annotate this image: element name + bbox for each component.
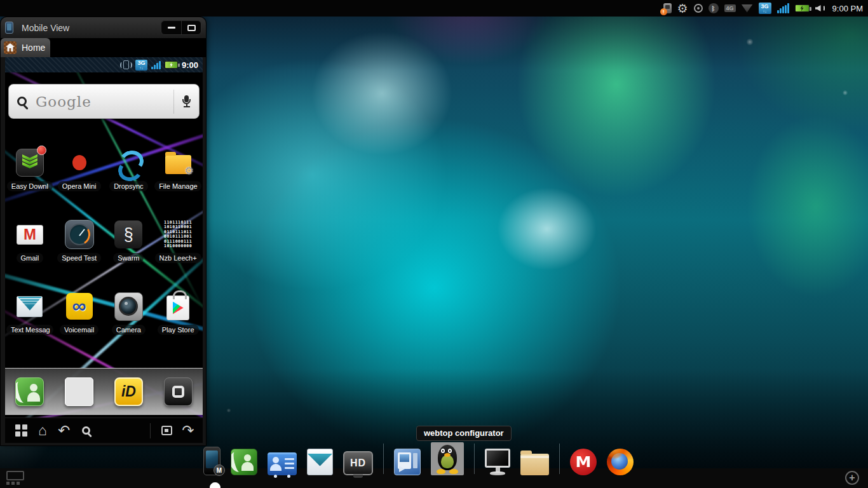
dock-item-webtop-configurator[interactable] xyxy=(431,442,464,475)
envelope-icon xyxy=(308,454,332,470)
phone-status-bar: 3G ↑↓ 9:00 xyxy=(5,57,203,72)
speed-test-icon xyxy=(65,220,94,249)
app-play-store[interactable]: Play Store xyxy=(153,291,203,335)
google-search-label: Google xyxy=(36,93,92,110)
window-tabbar: Home xyxy=(1,38,206,57)
mobile-view-window: Mobile View Home 3G ↑↓ 9:00 xyxy=(0,17,207,446)
camera-icon xyxy=(114,292,143,321)
dock-item-image-gallery[interactable] xyxy=(394,449,421,475)
phone-dialer-contacts-icon[interactable] xyxy=(15,377,44,406)
search-button[interactable] xyxy=(75,420,97,442)
vibrate-icon xyxy=(123,60,129,69)
dock-item-email[interactable] xyxy=(307,449,333,475)
zoom-plus-icon[interactable]: + xyxy=(845,471,859,485)
dock-item-phone-dialer[interactable] xyxy=(231,449,257,475)
dock-separator xyxy=(474,444,475,474)
signal-strength-icon xyxy=(777,3,789,13)
dock-tooltip: webtop configurator xyxy=(416,426,512,441)
app-file-manager[interactable]: ⚙ File Manage xyxy=(153,147,203,191)
dock-item-hd-player[interactable]: HD xyxy=(343,451,373,475)
app-opera-mini[interactable]: Opera Mini xyxy=(55,147,104,191)
phone-nav-bar: ⌂ ↶ ↷ xyxy=(5,417,203,443)
app-speed-test[interactable]: Speed Test xyxy=(55,219,104,263)
wifi-icon xyxy=(742,4,753,13)
4g-network-icon: 4G xyxy=(724,4,736,13)
tux-penguin-icon xyxy=(437,445,458,473)
id-app-icon[interactable]: iD xyxy=(114,377,143,406)
back-button[interactable]: ↶ xyxy=(53,420,75,442)
phone-clock: 9:00 xyxy=(182,60,198,70)
google-search-widget[interactable]: Google xyxy=(8,84,200,119)
dock-item-firefox[interactable] xyxy=(607,449,634,475)
window-title: Mobile View xyxy=(22,23,69,33)
rotate-button[interactable]: ↷ xyxy=(177,420,199,442)
window-switcher-icon[interactable] xyxy=(6,471,25,485)
system-status-bar: ! ⚙ ᛒ 4G 3G ↑↓ 9:00 PM xyxy=(0,0,868,17)
window-titlebar[interactable]: Mobile View xyxy=(1,17,206,38)
easy-downloader-icon xyxy=(16,149,44,177)
text-messaging-icon xyxy=(17,296,43,317)
dropsync-icon xyxy=(116,151,141,175)
phone-wallpaper: Google Easy Downl Opera Mini xyxy=(5,72,203,443)
system-clock: 9:00 PM xyxy=(832,4,863,13)
search-icon xyxy=(17,97,27,106)
app-swarm[interactable]: § Swarm xyxy=(104,219,154,263)
system-tray: ! ⚙ ᛒ 4G 3G ↑↓ 9:00 PM xyxy=(663,0,863,17)
nav-divider xyxy=(150,423,151,438)
app-voicemail[interactable]: ∞ Voicemail xyxy=(55,291,104,335)
dock-separator xyxy=(383,444,384,474)
phone-battery-icon xyxy=(165,61,178,69)
phone-dock: iD xyxy=(5,368,203,415)
dock-item-mobile-view[interactable]: M xyxy=(203,447,220,475)
home-button[interactable]: ⌂ xyxy=(32,420,53,442)
usb-warning-badge: ! xyxy=(660,8,667,15)
play-store-icon xyxy=(166,295,189,320)
bluetooth-icon: ᛒ xyxy=(709,3,719,13)
app-nzb-leech[interactable]: 1101110111 1010110001 0110111011 0010111… xyxy=(153,219,203,263)
file-manager-icon: ⚙ xyxy=(165,155,191,174)
app-gmail[interactable]: M Gmail xyxy=(5,219,55,263)
fullscreen-button[interactable] xyxy=(156,420,177,442)
maximize-button[interactable] xyxy=(181,21,201,34)
mobile-view-icon xyxy=(5,22,13,34)
dock-item-file-manager[interactable] xyxy=(520,454,549,475)
dock-item-contacts[interactable] xyxy=(268,452,297,475)
browser-map-icon[interactable] xyxy=(65,377,93,406)
voice-search-button[interactable] xyxy=(173,90,191,114)
dock-item-display-settings[interactable] xyxy=(485,449,510,475)
nzb-leech-icon: 1101110111 1010110001 0110111011 0010111… xyxy=(164,220,192,249)
motorola-badge: M xyxy=(214,464,225,476)
minimize-button[interactable] xyxy=(161,21,181,34)
desktop-dock: M HD M xyxy=(203,442,634,475)
window-buttons xyxy=(161,20,201,35)
dock-separator xyxy=(559,444,560,474)
tab-home[interactable]: Home xyxy=(1,38,50,57)
dock-item-motorola[interactable]: M xyxy=(570,449,597,475)
location-icon xyxy=(694,4,703,13)
voicemail-icon: ∞ xyxy=(66,293,93,320)
phone-3g-icon: 3G ↑↓ xyxy=(135,60,147,71)
phone-screen: 3G ↑↓ 9:00 Google xyxy=(5,57,203,443)
app-dropsync[interactable]: Dropsync xyxy=(104,147,154,191)
battery-charging-icon xyxy=(795,4,810,12)
usb-notification-icon: ! xyxy=(663,3,672,13)
app-easy-downloader[interactable]: Easy Downl xyxy=(5,147,55,191)
app-grid: Easy Downl Opera Mini Dropsync ⚙ File Ma… xyxy=(5,147,203,335)
apps-grid-button[interactable] xyxy=(10,420,32,442)
gmail-icon: M xyxy=(17,225,43,245)
opera-mini-icon xyxy=(72,155,86,170)
app-camera[interactable]: Camera xyxy=(104,291,154,335)
3g-network-icon: 3G ↑↓ xyxy=(759,3,771,14)
app-text-messaging[interactable]: Text Messag xyxy=(5,291,55,335)
apps-drawer-icon[interactable] xyxy=(164,377,193,406)
home-launcher-icon xyxy=(4,41,17,54)
swarm-icon: § xyxy=(114,220,142,248)
settings-gear-icon: ⚙ xyxy=(677,3,688,15)
phone-signal-icon xyxy=(151,61,161,69)
monitor-icon xyxy=(485,449,510,468)
volume-icon xyxy=(815,5,825,11)
